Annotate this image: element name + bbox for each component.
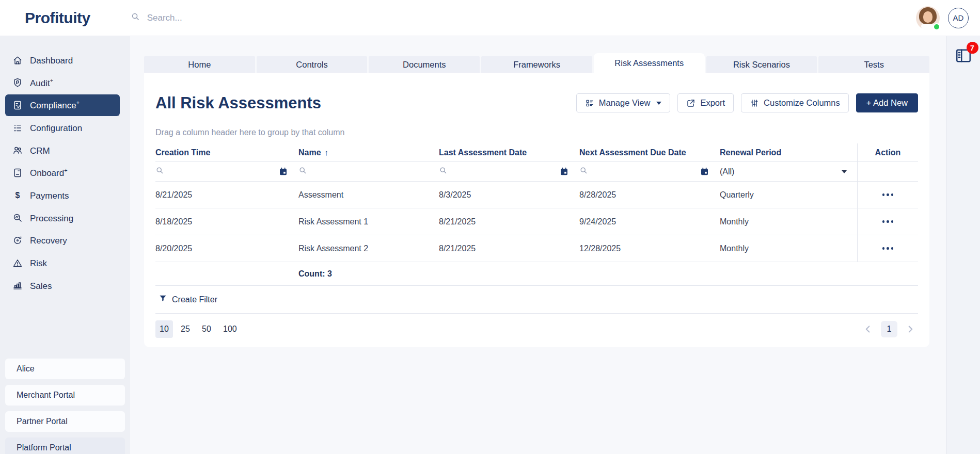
table-row: 8/20/2025 Risk Assessment 2 8/21/2025 12… bbox=[155, 235, 918, 262]
app-logo: Profituity bbox=[25, 9, 90, 27]
row-actions-ellipsis-button[interactable] bbox=[878, 243, 898, 254]
search-icon bbox=[439, 166, 448, 177]
renewal-period-filter-value: (All) bbox=[720, 167, 840, 176]
tab[interactable]: Risk Assessments bbox=[594, 53, 705, 73]
tab[interactable]: Frameworks bbox=[481, 56, 592, 73]
cell-name: Risk Assessment 1 bbox=[298, 217, 439, 226]
cell-next-assessment-due-date: 12/28/2025 bbox=[579, 244, 720, 253]
tab[interactable]: Home bbox=[144, 56, 255, 73]
sidebar-item[interactable]: Processing bbox=[5, 207, 120, 229]
export-icon bbox=[686, 99, 696, 108]
portal-link[interactable]: Platform Portal bbox=[5, 437, 125, 454]
manage-view-button[interactable]: Manage View bbox=[576, 93, 671, 112]
warning-triangle-icon bbox=[12, 258, 23, 268]
tab[interactable]: Risk Scenarios bbox=[706, 56, 817, 73]
sidebar-item[interactable]: Recovery bbox=[5, 230, 120, 251]
page-size-selector: 10 25 50 100 bbox=[155, 320, 241, 338]
main-area: Home Controls Documents Frameworks Risk … bbox=[130, 36, 946, 454]
next-page-chevron-icon[interactable] bbox=[903, 321, 918, 337]
calendar-icon[interactable] bbox=[700, 167, 709, 176]
user-avatar[interactable] bbox=[916, 6, 940, 30]
column-header-last-assessment-date[interactable]: Last Assessment Date bbox=[439, 143, 579, 161]
tab[interactable]: Documents bbox=[369, 56, 480, 73]
sidebar-item-label: Processing bbox=[30, 213, 73, 224]
cell-renewal-period: Monthly bbox=[720, 244, 857, 253]
tab[interactable]: Controls bbox=[257, 56, 368, 73]
sidebar-item[interactable]: Sales bbox=[5, 275, 120, 297]
cell-renewal-period: Quarterly bbox=[720, 190, 857, 200]
risk-assessments-table: Creation Time Name↑ Last Assessment Date… bbox=[155, 143, 918, 286]
cell-creation-time: 8/20/2025 bbox=[155, 244, 298, 253]
renewal-period-filter-select[interactable]: (All) bbox=[720, 162, 857, 181]
sidebar-item-label: Configuration bbox=[30, 122, 82, 134]
global-search bbox=[131, 12, 368, 24]
dollar-icon: $ bbox=[12, 190, 23, 201]
side-panel-icon[interactable]: 7 bbox=[954, 46, 973, 67]
sidebar-item[interactable]: Risk bbox=[5, 252, 120, 274]
column-header-name[interactable]: Name↑ bbox=[298, 143, 439, 161]
cell-creation-time: 8/21/2025 bbox=[155, 190, 298, 200]
grid-list-icon bbox=[585, 99, 594, 108]
action-filter-cell bbox=[857, 162, 918, 181]
page-size-button[interactable]: 25 bbox=[177, 320, 194, 338]
page-size-button[interactable]: 10 bbox=[155, 320, 173, 338]
portal-link[interactable]: Partner Portal bbox=[5, 411, 125, 432]
sidebar-item[interactable]: Compliance+ bbox=[5, 94, 120, 116]
filter-funnel-icon bbox=[159, 294, 167, 305]
sidebar-item-label: Sales bbox=[30, 280, 52, 291]
add-new-button[interactable]: + Add New bbox=[856, 93, 918, 112]
previous-page-chevron-icon[interactable] bbox=[860, 321, 876, 337]
name-filter bbox=[298, 162, 439, 181]
avatar-face bbox=[923, 11, 932, 23]
column-header-renewal-period[interactable]: Renewal Period bbox=[720, 143, 857, 161]
sidebar-item[interactable]: $ Payments bbox=[5, 185, 120, 206]
column-header-creation-time[interactable]: Creation Time bbox=[155, 143, 298, 161]
filter-row: (All) bbox=[155, 162, 918, 182]
name-filter-input[interactable] bbox=[311, 167, 429, 177]
sidebar-item[interactable]: Dashboard bbox=[5, 50, 120, 71]
row-actions-ellipsis-button[interactable] bbox=[878, 189, 898, 200]
search-icon bbox=[131, 12, 140, 24]
search-input[interactable] bbox=[146, 12, 368, 24]
sidebar-item[interactable]: Onboard+ bbox=[5, 162, 120, 184]
page-size-button[interactable]: 50 bbox=[198, 320, 215, 338]
portal-link[interactable]: Merchant Portal bbox=[5, 385, 125, 406]
sidebar-item[interactable]: CRM bbox=[5, 140, 120, 161]
row-actions-ellipsis-button[interactable] bbox=[878, 216, 898, 227]
sidebar-item[interactable]: Configuration bbox=[5, 117, 120, 139]
table-header-row: Creation Time Name↑ Last Assessment Date… bbox=[155, 143, 918, 162]
document-check-icon bbox=[12, 100, 23, 110]
summary-row: Count: 3 bbox=[155, 262, 918, 286]
add-new-label: + Add New bbox=[866, 98, 908, 108]
last-assessment-date-filter bbox=[439, 162, 579, 181]
page-size-button[interactable]: 100 bbox=[219, 320, 241, 338]
portal-link[interactable]: Alice bbox=[5, 359, 125, 379]
home-icon bbox=[12, 55, 23, 66]
sidebar-item-label: Onboard+ bbox=[30, 167, 68, 179]
cell-creation-time: 8/18/2025 bbox=[155, 217, 298, 226]
tab[interactable]: Tests bbox=[818, 56, 929, 73]
sidebar-item[interactable]: Audit+ bbox=[5, 72, 120, 94]
export-button[interactable]: Export bbox=[677, 93, 734, 112]
customize-columns-button[interactable]: Customize Columns bbox=[741, 93, 849, 112]
cell-name: Risk Assessment 2 bbox=[298, 244, 439, 253]
current-page-button[interactable]: 1 bbox=[881, 321, 897, 337]
row-count: Count: 3 bbox=[298, 269, 439, 279]
cell-last-assessment-date: 8/21/2025 bbox=[439, 244, 579, 253]
next-assessment-due-date-filter-input[interactable] bbox=[592, 167, 696, 177]
cell-next-assessment-due-date: 9/24/2025 bbox=[579, 217, 720, 226]
group-by-hint: Drag a column header here to group by th… bbox=[155, 128, 918, 137]
last-assessment-date-filter-input[interactable] bbox=[452, 167, 555, 177]
create-filter-button[interactable]: Create Filter bbox=[156, 293, 219, 306]
table-row: 8/21/2025 Assessment 8/3/2025 8/28/2025 … bbox=[155, 182, 918, 208]
account-initials-badge[interactable]: AD bbox=[948, 8, 969, 28]
calendar-icon[interactable] bbox=[559, 167, 569, 176]
calendar-icon[interactable] bbox=[278, 167, 288, 176]
creation-time-filter-input[interactable] bbox=[168, 167, 274, 177]
column-header-next-assessment-due-date[interactable]: Next Assessment Due Date bbox=[579, 143, 720, 161]
svg-text:$: $ bbox=[15, 191, 20, 200]
shield-icon bbox=[12, 77, 23, 88]
sidebar-item-label: Audit+ bbox=[30, 77, 53, 89]
content-card: All Risk Assessments Manage View bbox=[144, 73, 929, 347]
chevron-down-icon bbox=[656, 102, 661, 105]
